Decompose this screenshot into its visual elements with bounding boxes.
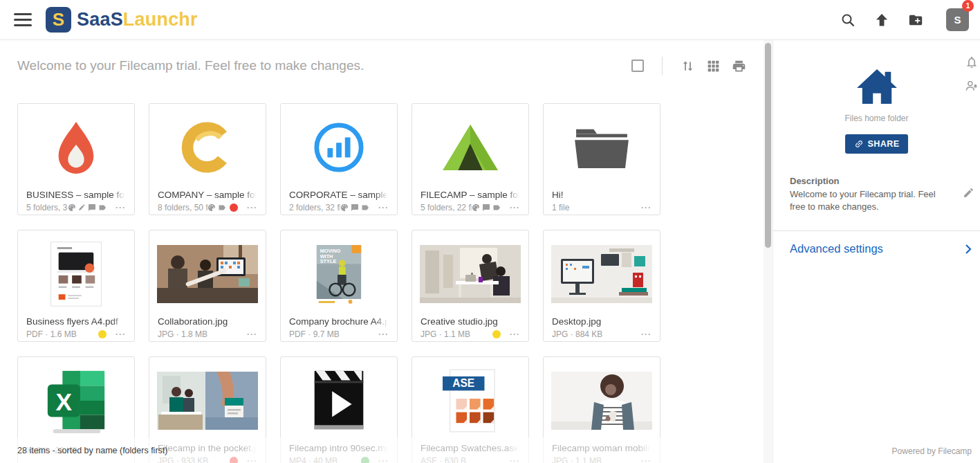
link-icon — [854, 139, 864, 149]
status-text: 28 items - sorted by name (folders first… — [17, 446, 167, 455]
file-card[interactable]: Desktop.jpg JPG · 884 KB ⋯ — [543, 230, 660, 342]
avatar-initial: S — [954, 14, 961, 26]
upload-icon[interactable] — [874, 12, 889, 28]
notifications-bell-icon[interactable] — [965, 55, 979, 69]
folder-card[interactable]: BUSINESS – sample folder 5 folders, 31 f… — [17, 103, 135, 215]
info-sidebar: Files home folder SHARE Description Welc… — [773, 40, 980, 463]
user-avatar[interactable]: S 1 — [946, 8, 969, 31]
file-card[interactable]: Creative studio.jpg JPG · 1.1 MB ⋯ — [412, 230, 529, 342]
followers-icon[interactable] — [964, 79, 979, 93]
main-content: Welcome to your Filecamp trial. Feel fre… — [0, 40, 764, 463]
folder-title: Files home folder — [773, 114, 980, 123]
card-meta: 8 folders, 50 files — [158, 203, 207, 212]
vertical-scrollbar[interactable] — [764, 40, 773, 463]
ase-swatches-thumbnail: ASE — [443, 367, 498, 434]
studio-photo-thumbnail — [420, 245, 521, 303]
description-section: Description Welcome to your Filecamp tri… — [773, 176, 980, 212]
pencil-icon — [78, 203, 86, 211]
brand-logo-icon: S — [46, 7, 71, 33]
flame-logo-icon — [50, 119, 102, 176]
chevron-right-icon — [962, 243, 974, 255]
advanced-settings-label: Advanced settings — [790, 242, 883, 255]
card-meta: JPG · 1.8 MB — [158, 329, 238, 339]
card-menu-button[interactable]: ⋯ — [640, 329, 651, 339]
tag-icon — [218, 203, 226, 212]
brochure-pdf-thumbnail: MOVINGWITHSTYLE — [313, 242, 364, 307]
card-menu-button[interactable]: ⋯ — [246, 202, 257, 212]
card-tag-icons — [472, 203, 501, 212]
card-tag-icons — [491, 330, 501, 338]
grid-view-icon[interactable] — [706, 59, 721, 73]
flyer-pdf-thumbnail — [50, 242, 102, 307]
comment-icon — [88, 203, 96, 212]
file-grid: BUSINESS – sample folder 5 folders, 31 f… — [17, 103, 764, 463]
card-tag-icons — [207, 203, 238, 212]
card-title: BUSINESS – sample folder — [26, 190, 126, 200]
card-tag-icons — [97, 330, 107, 338]
card-title: Business flyers A4.pdf — [26, 316, 126, 327]
card-tag-icons — [340, 203, 369, 212]
print-icon[interactable] — [732, 59, 746, 73]
collaboration-photo-thumbnail — [157, 245, 258, 303]
description-label: Description — [790, 176, 951, 186]
card-title: Collaboration.jpg — [158, 316, 257, 327]
color-label-dot — [492, 330, 501, 338]
card-meta: 5 folders, 31 files — [26, 203, 68, 212]
card-meta: JPG · 1.1 MB — [420, 329, 491, 339]
card-title: Hi! — [552, 190, 651, 200]
card-menu-button[interactable]: ⋯ — [509, 329, 520, 339]
card-menu-button[interactable]: ⋯ — [115, 202, 126, 212]
brand-logo[interactable]: S SaaSLaunchr — [46, 7, 198, 33]
file-card[interactable]: MOVINGWITHSTYLE Company brochure A4.pdf … — [280, 230, 398, 342]
card-title: FILECAMP – sample folder — [420, 190, 520, 200]
card-menu-button[interactable]: ⋯ — [509, 202, 520, 212]
card-menu-button[interactable]: ⋯ — [246, 329, 257, 339]
folder-card[interactable]: Hi! 1 file ⋯ — [543, 103, 660, 215]
tag-icon — [361, 203, 369, 212]
folder-card[interactable]: FILECAMP – sample folder 5 folders, 22 f… — [412, 103, 529, 215]
scrollbar-thumb[interactable] — [765, 43, 771, 248]
woman-photo-thumbnail — [551, 372, 652, 430]
desktop-photo-thumbnail — [551, 245, 652, 303]
file-card[interactable]: Collaboration.jpg JPG · 1.8 MB ⋯ — [149, 230, 266, 342]
palette-icon — [340, 203, 349, 212]
search-icon[interactable] — [840, 12, 856, 28]
card-menu-button[interactable]: ⋯ — [378, 329, 389, 339]
edit-pencil-icon[interactable] — [963, 187, 974, 199]
folder-card[interactable]: CORPORATE – sample folder 2 folders, 32 … — [280, 103, 398, 215]
home-folder-icon — [856, 68, 898, 105]
card-title: COMPANY – sample folder — [158, 190, 257, 200]
svg-text:X: X — [56, 388, 73, 415]
card-meta: 2 folders, 32 files — [289, 203, 340, 212]
status-bar: 28 items - sorted by name (folders first… — [0, 437, 764, 463]
card-title: Creative studio.jpg — [420, 316, 520, 327]
card-tag-icons — [68, 203, 107, 212]
brand-name: SaaSLaunchr — [77, 9, 198, 30]
video-clip-thumbnail — [305, 367, 373, 435]
excel-doc-thumbnail: X — [42, 367, 110, 435]
palette-icon — [472, 203, 480, 212]
hamburger-menu-icon[interactable] — [14, 13, 32, 26]
folder-card[interactable]: COMPANY – sample folder 8 folders, 50 fi… — [149, 103, 266, 215]
powered-by-text: Powered by Filecamp — [892, 446, 972, 456]
card-menu-button[interactable]: ⋯ — [640, 202, 651, 212]
card-title: Desktop.jpg — [552, 316, 651, 327]
card-menu-button[interactable]: ⋯ — [378, 202, 389, 212]
advanced-settings-link[interactable]: Advanced settings — [773, 231, 980, 255]
share-button-label: SHARE — [868, 139, 900, 149]
card-title: CORPORATE – sample folder — [289, 190, 389, 200]
filecamp-logo-icon — [441, 123, 499, 172]
palette-icon — [207, 203, 216, 212]
select-all-checkbox[interactable] — [631, 60, 644, 72]
color-label-dot — [230, 203, 238, 212]
page-title: Welcome to your Filecamp trial. Feel fre… — [17, 58, 631, 73]
comment-icon — [482, 203, 490, 212]
new-folder-icon[interactable] — [908, 12, 923, 28]
filecamp-app: S SaaSLaunchr S 1 Welcome to your Fileca… — [0, 0, 980, 463]
share-button[interactable]: SHARE — [845, 134, 909, 154]
sort-icon[interactable] — [681, 59, 695, 73]
tag-icon — [492, 203, 501, 212]
file-card[interactable]: Business flyers A4.pdf PDF · 1.6 MB ⋯ — [17, 230, 135, 342]
card-menu-button[interactable]: ⋯ — [115, 329, 126, 339]
topbar: S SaaSLaunchr S 1 — [0, 0, 980, 40]
